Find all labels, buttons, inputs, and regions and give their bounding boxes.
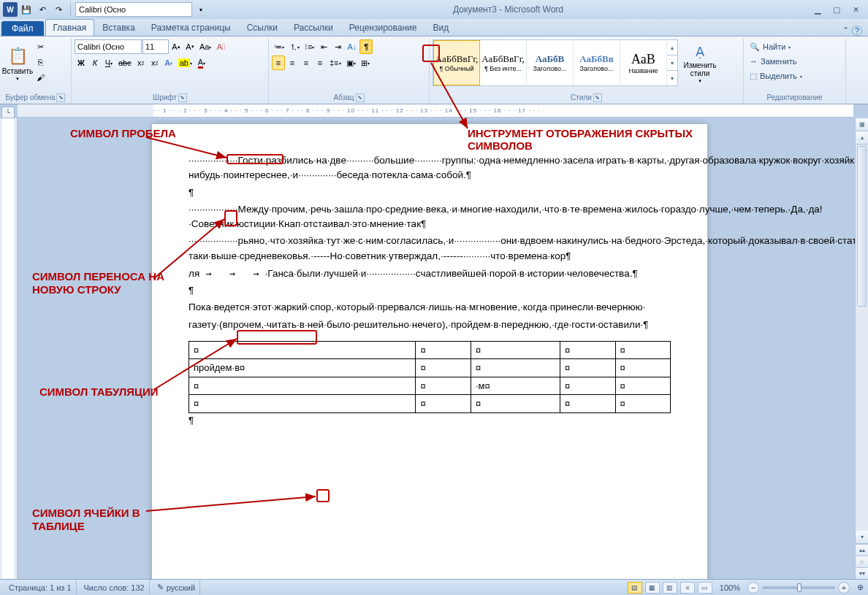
tab-file[interactable]: Файл [1,21,44,36]
next-page-button[interactable]: ▾▾ [856,567,868,579]
styles-more[interactable]: ▾ [667,70,677,85]
replace-button[interactable]: ↔Заменить [747,54,842,69]
doc-table[interactable]: ¤¤¤¤¤ пройдем·в¤¤¤¤¤ ¤¤·м¤¤¤ ¤¤¤¤¤ [189,341,671,413]
underline-button[interactable]: Ч▾ [102,55,115,70]
table-row[interactable]: пройдем·в¤¤¤¤¤ [189,359,671,377]
cut-button[interactable]: ✂ [34,39,47,54]
find-button[interactable]: 🔍Найти▾ [747,39,842,54]
font-size-select[interactable] [142,39,169,54]
style-no-spacing[interactable]: АаБбВвГг,¶ Без инте... [480,40,527,85]
scroll-thumb[interactable] [857,146,867,307]
view-full-read[interactable]: ▦ [645,582,660,594]
view-draft[interactable]: ▭ [698,582,712,594]
table-row[interactable]: ¤¤¤¤¤ [189,395,671,413]
align-justify-button[interactable]: ≡ [313,55,327,70]
prev-page-button[interactable]: ▴▴ [856,544,868,556]
document-area[interactable]: ··················Гости·разбились·на·две… [18,118,868,579]
italic-button[interactable]: К [88,55,102,70]
document-page[interactable]: ··················Гости·разбились·на·две… [152,124,707,579]
style-title[interactable]: АаВНазвание [620,40,667,85]
tab-references[interactable]: Ссылки [239,19,286,36]
ruler-horizontal[interactable]: · · 1 · · · 2 · · · 3 · · · 4 · · · 5 · … [18,104,853,118]
vertical-scrollbar[interactable]: ▦ ▴ ▾ ▴▴ ○ ▾▾ [855,118,868,579]
show-marks-button[interactable]: ¶ [359,39,373,54]
indent-inc-button[interactable]: ⇥ [331,39,344,54]
line-spacing-button[interactable]: ‡≡▾ [327,55,343,70]
view-outline[interactable]: ≡ [680,582,695,594]
doc-paragraph[interactable]: ¶ [189,413,671,428]
zoom-out-button[interactable]: − [747,582,759,594]
doc-paragraph[interactable]: Пока·ведется·этот·жаркий·спор,·который·п… [189,300,671,315]
bold-button[interactable]: Ж [75,55,88,70]
qat-dropdown[interactable]: ▼ [194,2,208,17]
browse-object-button[interactable]: ○ [856,556,868,567]
table-row[interactable]: ¤¤·м¤¤¤ [189,377,671,395]
format-painter-button[interactable]: 🖌 [34,70,47,85]
scroll-up-button[interactable]: ▴ [856,131,868,145]
tab-insert[interactable]: Вставка [94,19,143,36]
maximize-button[interactable]: ▢ [827,3,846,16]
style-heading1[interactable]: АаБбВЗаголово... [527,40,574,85]
status-page[interactable]: Страница: 1 из 1 [4,580,77,595]
ruler-vertical[interactable] [0,118,18,579]
doc-paragraph[interactable]: ¶ [189,185,671,200]
minimize-button[interactable]: ▁ [808,3,827,16]
doc-paragraph[interactable]: ля → → → ·Ганса·были·лучшей·и···········… [189,266,671,281]
font-launcher[interactable]: ⬊ [178,93,187,102]
grow-font-button[interactable]: A▴ [170,39,183,54]
zoom-knob[interactable] [797,583,802,592]
scroll-down-button[interactable]: ▾ [856,531,868,544]
borders-button[interactable]: ⊞▾ [359,55,372,70]
font-name-select[interactable] [75,39,142,54]
tab-review[interactable]: Рецензирование [341,19,425,36]
align-left-button[interactable]: ≡ [272,55,285,70]
multilevel-button[interactable]: ⁝≡▾ [302,39,316,54]
clear-format-button[interactable]: Aͮ [214,39,227,54]
styles-scroll-down[interactable]: ▾ [667,55,677,70]
paragraph-launcher[interactable]: ⬊ [356,93,365,102]
status-language[interactable]: ✎русский [153,580,200,595]
strike-button[interactable]: abc [116,55,134,70]
doc-paragraph[interactable]: ¶ [189,283,671,298]
view-print-layout[interactable]: ▤ [628,582,642,594]
zoom-fit-button[interactable]: ⊕ [857,583,864,592]
undo-button[interactable]: ↶ [35,2,50,17]
copy-button[interactable]: ⎘ [34,55,47,69]
zoom-in-button[interactable]: + [838,582,850,594]
save-button[interactable]: 💾 [19,2,34,17]
paste-button[interactable]: 📋 Вставить ▼ [3,39,32,88]
ruler-toggle[interactable]: ▦ [856,118,868,131]
align-center-button[interactable]: ≡ [286,55,299,70]
numbering-button[interactable]: ⒈▾ [287,39,302,54]
sort-button[interactable]: A↓ [345,39,359,54]
change-case-button[interactable]: Aa▾ [197,39,213,54]
word-icon[interactable]: W [3,2,18,17]
tab-layout[interactable]: Разметка страницы [143,19,239,36]
ruler-tab-selector[interactable]: └ [1,107,15,118]
shading-button[interactable]: ▣▾ [344,55,358,70]
style-heading2[interactable]: АаБбВвЗаголово... [574,40,620,85]
clipboard-launcher[interactable]: ⬊ [56,93,65,102]
doc-paragraph[interactable]: ··················рьяно,·что·хозяйка·тут… [189,234,671,264]
select-button[interactable]: ⬚Выделить▾ [747,69,842,83]
bullets-button[interactable]: ≔▾ [272,39,286,54]
view-web[interactable]: ▥ [663,582,677,594]
indent-dec-button[interactable]: ⇤ [317,39,330,54]
close-button[interactable]: ✕ [846,3,865,16]
shrink-font-button[interactable]: A▾ [183,39,197,54]
status-words[interactable]: Число слов: 132 [80,580,150,595]
zoom-level[interactable]: 100% [720,583,740,592]
zoom-slider[interactable] [762,586,835,589]
highlight-button[interactable]: ab▾ [176,55,194,70]
tab-view[interactable]: Вид [425,19,457,36]
align-right-button[interactable]: ≡ [300,55,313,70]
doc-paragraph[interactable]: ··················Между·прочим,·речь·заш… [189,202,671,232]
help-icon[interactable]: ? [852,26,862,36]
superscript-button[interactable]: x2 [148,55,161,70]
styles-scroll-up[interactable]: ▴ [667,40,677,55]
scroll-track[interactable] [856,145,868,531]
ribbon-minimize-icon[interactable]: ⌃ [842,26,849,36]
style-normal[interactable]: АаБбВвГг,¶ Обычный [433,40,480,85]
tab-home[interactable]: Главная [45,19,95,36]
styles-launcher[interactable]: ⬊ [593,93,602,102]
